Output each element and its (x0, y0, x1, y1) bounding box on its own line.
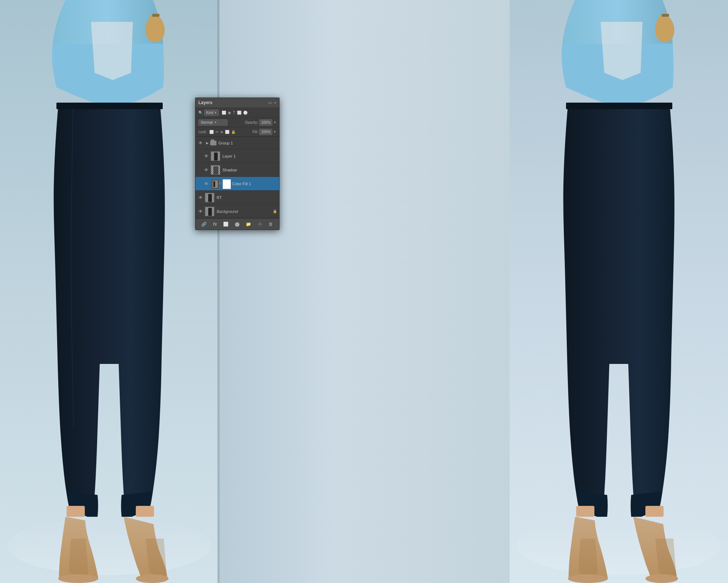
kind-label: Kind (206, 111, 213, 115)
colorfill1-name: Color Fill 1 (232, 182, 277, 186)
lock-icon[interactable]: 🔒 (231, 130, 236, 134)
svg-rect-27 (208, 194, 212, 202)
svg-point-8 (136, 574, 169, 583)
rt-name: RT (217, 195, 277, 200)
kind-dropdown[interactable]: Kind ▼ (204, 110, 219, 116)
opacity-label: Opacity: (245, 120, 258, 124)
svg-rect-6 (56, 103, 163, 109)
opacity-group: Opacity: 100% ▼ (245, 119, 276, 126)
svg-point-1 (7, 517, 211, 575)
fill-group: Fill: 100% ▼ (253, 129, 276, 135)
layer-group1[interactable]: 👁 ▶ Group 1 (195, 137, 279, 149)
opacity-value[interactable]: 100% (259, 119, 272, 126)
shadow-thumbnail (211, 165, 220, 175)
visibility-eye-rt[interactable]: 👁 (198, 195, 203, 201)
svg-rect-16 (645, 506, 664, 517)
lock-icons: ⬜ ✏ ⊕ ⬜ 🔒 (209, 130, 236, 134)
panel-menu-icon[interactable]: ≡ (274, 101, 276, 105)
search-icon: 🔍 (198, 111, 203, 115)
blend-mode-value: Normal (201, 120, 213, 124)
visibility-eye-layer1[interactable]: 👁 (203, 153, 209, 159)
lock-row: Lock: ⬜ ✏ ⊕ ⬜ 🔒 Fill: 100% ▼ (195, 127, 279, 137)
lock-pixels-icon[interactable]: ⬜ (209, 130, 214, 134)
panel-footer: 🔗 fx ⬜ ⬤ 📁 ➕ 🗑 (195, 218, 279, 230)
svg-rect-15 (576, 506, 594, 517)
fill-value[interactable]: 100% (259, 129, 272, 135)
filter-text-icon[interactable]: T (233, 111, 235, 115)
visibility-eye-colorfill1[interactable]: 👁 (203, 181, 209, 187)
background-lock-icon: 🔒 (273, 209, 277, 213)
filter-shape-icon[interactable]: ⬜ (237, 111, 241, 115)
group1-name: Group 1 (218, 141, 277, 145)
link-icon[interactable]: 🔗 (200, 221, 208, 227)
blend-row: Normal ▼ Opacity: 100% ▼ (195, 118, 279, 127)
panel-header-icons: «» ≡ (268, 101, 276, 105)
blend-mode-dropdown[interactable]: Normal ▼ (198, 119, 228, 126)
group-folder-icon (210, 140, 217, 146)
fx-icon[interactable]: fx (211, 221, 218, 227)
svg-rect-4 (218, 0, 510, 583)
fill-chevron: ▼ (273, 130, 276, 134)
layers-panel: Layers «» ≡ 🔍 Kind ▼ ⬜ ◉ T ⬜ ⚪ Normal ▼ … (195, 98, 280, 230)
group-icon[interactable]: 📁 (244, 221, 253, 227)
collapse-icon[interactable]: «» (268, 101, 272, 105)
colorfill1-thumb-mask (222, 179, 230, 189)
search-filter-icons: ⬜ ◉ T ⬜ ⚪ (222, 111, 248, 115)
background-name: Background (217, 209, 271, 214)
layer1-thumbnail (211, 151, 220, 161)
opacity-chevron: ▼ (273, 121, 276, 124)
colorfill1-thumbnails: ⛓ (211, 179, 230, 189)
svg-rect-19 (214, 152, 218, 160)
svg-point-13 (568, 574, 608, 583)
svg-point-14 (645, 574, 678, 583)
background-thumbnail (205, 207, 214, 216)
layer-colorfill1[interactable]: 👁 ⛓ Color Fill 1 (195, 177, 279, 191)
layer-rt[interactable]: 👁 RT (195, 191, 279, 205)
svg-rect-17 (662, 14, 669, 17)
svg-rect-12 (566, 103, 672, 109)
fill-label: Fill: (253, 130, 258, 134)
search-bar: 🔍 Kind ▼ ⬜ ◉ T ⬜ ⚪ (195, 108, 279, 118)
adjustment-icon[interactable]: ⬤ (233, 221, 241, 227)
svg-rect-5 (217, 0, 219, 583)
chain-link-icon: ⛓ (219, 182, 222, 185)
filter-smart-icon[interactable]: ⚪ (243, 111, 248, 115)
layer-background[interactable]: 👁 Background 🔒 (195, 205, 279, 218)
svg-rect-11 (152, 14, 159, 17)
lock-artboard-icon[interactable]: ⊕ (220, 130, 223, 134)
panel-title: Layers (198, 100, 213, 105)
filter-adjust-icon[interactable]: ◉ (228, 111, 231, 115)
rt-thumbnail (205, 193, 214, 202)
svg-point-3 (517, 517, 721, 575)
layer-layer1[interactable]: 👁 Layer 1 (195, 149, 279, 163)
lock-position-icon[interactable]: ✏ (215, 130, 218, 134)
group-expand-arrow[interactable]: ▶ (205, 141, 209, 145)
layers-list: 👁 ▶ Group 1 👁 Layer 1 👁 (195, 137, 279, 218)
svg-point-7 (58, 574, 98, 583)
visibility-eye-group1[interactable]: 👁 (198, 140, 203, 146)
visibility-eye-shadow[interactable]: 👁 (203, 167, 209, 173)
svg-rect-21 (213, 166, 218, 174)
lock-label: Lock: (198, 130, 207, 134)
layer1-name: Layer 1 (222, 154, 277, 158)
svg-rect-25 (223, 179, 231, 189)
new-layer-icon[interactable]: ➕ (256, 221, 264, 227)
kind-chevron: ▼ (214, 111, 217, 114)
lock-all-icon[interactable]: ⬜ (225, 130, 229, 134)
blend-mode-chevron: ▼ (214, 121, 217, 124)
mask-icon[interactable]: ⬜ (222, 221, 230, 227)
layer-shadow[interactable]: 👁 Shadow (195, 163, 279, 177)
svg-rect-29 (208, 208, 212, 216)
visibility-eye-background[interactable]: 👁 (198, 209, 203, 214)
delete-layer-icon[interactable]: 🗑 (267, 221, 274, 227)
colorfill1-thumb-main (211, 179, 219, 189)
svg-rect-9 (67, 506, 85, 517)
filter-pixel-icon[interactable]: ⬜ (222, 111, 226, 115)
svg-rect-24 (213, 181, 215, 187)
panel-header: Layers «» ≡ (195, 98, 279, 108)
shadow-name: Shadow (222, 168, 277, 172)
svg-rect-10 (136, 506, 154, 517)
